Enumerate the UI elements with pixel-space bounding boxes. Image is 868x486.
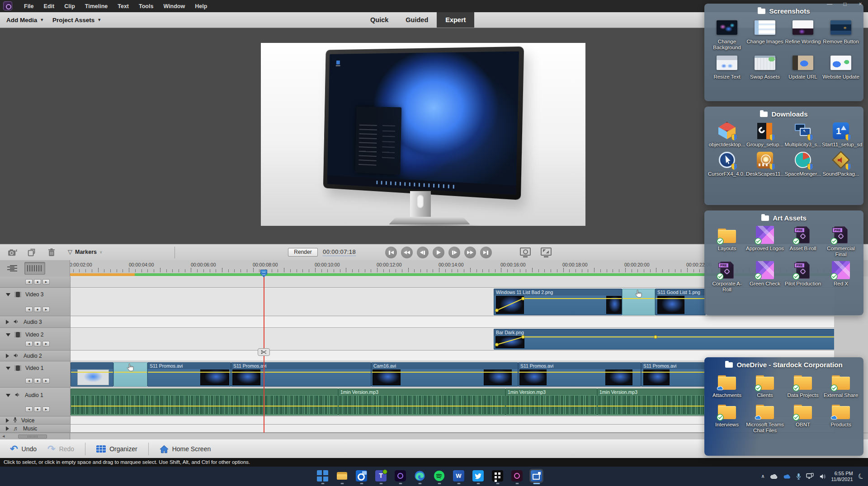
clip-1min-version-mp3[interactable]: 1min Version.mp3 (505, 388, 597, 416)
desktop-icon-pilot-production[interactable]: PREPilot Production (784, 261, 822, 293)
clip-segment[interactable] (71, 388, 338, 416)
desktop-icon-update-url[interactable]: Update URL (784, 54, 822, 80)
menu-item-tools[interactable]: Tools (134, 3, 158, 9)
desktop-icon-refine-wording[interactable]: Refine Wording (784, 19, 822, 51)
fence-title-bar[interactable]: Downloads (704, 107, 863, 121)
desktop-icon-change-images[interactable]: Change Images (746, 19, 784, 51)
desktop-icon-deskscapes11[interactable]: DeskScapes11... (746, 151, 784, 177)
desktop-icon-clients[interactable]: Clients (746, 373, 784, 398)
redo-button[interactable]: ↷ Redo (47, 444, 74, 453)
keyframe-prev-button[interactable]: ◀ (25, 279, 33, 285)
keyframe-add-button[interactable]: ◆ (34, 341, 41, 346)
taskbar-icon-premiere-elements[interactable] (393, 469, 407, 483)
render-quality-monitor-icon[interactable] (520, 248, 531, 256)
menu-item-edit[interactable]: Edit (39, 3, 60, 9)
render-button[interactable]: Render (288, 248, 318, 257)
clip-1min-version-mp3[interactable]: 1min Version.mp3 (597, 388, 705, 416)
organizer-button[interactable]: Organizer (96, 445, 137, 453)
desktop-icon-swap-assets[interactable]: Swap Assets (746, 54, 784, 80)
keyframe-add-button[interactable]: ◆ (34, 307, 41, 312)
transport-go-to-end-button[interactable] (480, 247, 492, 258)
transport-play-button[interactable] (433, 247, 444, 258)
tab-guided[interactable]: Guided (397, 12, 437, 28)
clip-segment[interactable] (113, 362, 147, 387)
microphone-icon[interactable] (796, 473, 801, 480)
taskbar-icon-stardock-app[interactable] (529, 469, 543, 483)
clip-s11-promos-avi[interactable]: S11 Promos.avi (641, 362, 706, 387)
undo-button[interactable]: ↶ Undo (10, 444, 37, 453)
desktop-icon-microsoft-teams-chat-files[interactable]: Microsoft Teams Chat Files (746, 402, 784, 434)
desktop-icon-change-background[interactable]: Change Background (708, 19, 746, 51)
track-expand-toggle[interactable] (6, 293, 10, 296)
hscroll-thumb[interactable] (18, 435, 47, 439)
desktop-icon-external-share[interactable]: External Share (822, 373, 860, 398)
desktop-icon-products[interactable]: Products (822, 402, 860, 434)
add-media-dropdown[interactable]: Add Media ▼ (6, 12, 44, 28)
desktop-icon-corporate-a-roll[interactable]: PRECorporate A-Roll (708, 261, 746, 293)
desktop-icon-cursorfx4-4-0[interactable]: CursorFX4_4.0... (708, 151, 746, 177)
track-height-icon[interactable] (7, 265, 17, 272)
keyframe-next-button[interactable]: ▶ (42, 341, 50, 346)
taskbar-clock[interactable]: 6:55 PM 11/8/2021 (831, 471, 853, 482)
snapshot-camera-icon[interactable] (7, 248, 18, 257)
desktop-icon-start11-setup-sd[interactable]: 1Start11_setup_sd (822, 122, 860, 148)
speaker-icon[interactable] (819, 473, 826, 480)
taskbar-icon-spotify[interactable] (432, 469, 446, 483)
scroll-left-icon[interactable]: ◀ (2, 435, 5, 438)
taskbar-icon-file-explorer[interactable] (335, 469, 349, 483)
taskbar-icon-fences-app[interactable] (491, 469, 505, 483)
transport-frame-forward-button[interactable] (448, 247, 460, 258)
fence-title-bar[interactable]: Art Assets (704, 210, 863, 225)
desktop-icon-attachments[interactable]: Attachments (708, 373, 746, 398)
desktop-icon-groupy-setup[interactable]: Groupy_setup... (746, 122, 784, 148)
keyframe-add-button[interactable]: ◆ (34, 378, 41, 383)
timecode-field[interactable]: 00:00:07:18 (323, 248, 356, 256)
taskbar-icon-edge[interactable] (413, 469, 427, 483)
track-expand-toggle[interactable] (6, 320, 9, 324)
markers-dropdown[interactable]: ▽ Markers ∨ (68, 248, 103, 257)
keyframe-prev-button[interactable]: ◀ (25, 378, 33, 383)
menu-item-text[interactable]: Text (113, 3, 134, 9)
clip-windows-11-list-bad-2-png[interactable]: Windows 11 List Bad 2.png (494, 289, 622, 315)
menu-item-timeline[interactable]: Timeline (80, 3, 113, 9)
fence-title-bar[interactable]: OneDrive - Stardock Corporation (704, 357, 863, 372)
track-expand-toggle[interactable] (6, 354, 9, 358)
track-expand-toggle[interactable] (6, 394, 10, 397)
tab-expert[interactable]: Expert (437, 12, 474, 28)
desktop-icon-multiplicity3-s[interactable]: Multiplicity3_s... (784, 122, 822, 148)
taskbar-icon-word[interactable] (452, 469, 466, 483)
close-button[interactable]: × (857, 0, 863, 8)
project-assets-dropdown[interactable]: Project Assets ▼ (52, 12, 101, 28)
network-icon[interactable] (806, 473, 814, 480)
menu-item-file[interactable]: File (19, 3, 39, 9)
keyframe-add-button[interactable]: ◆ (34, 407, 41, 412)
desktop-icon-approved-logos[interactable]: Approved Logos (746, 226, 784, 257)
taskbar-icon-premiere-elements-2[interactable] (510, 469, 524, 483)
home-screen-button[interactable]: Home Screen (160, 445, 211, 453)
track-expand-toggle[interactable] (6, 333, 10, 336)
clip-s11-promos-avi[interactable]: S11 Promos.avi (231, 362, 371, 387)
desktop-icon-obnt[interactable]: OBNT (784, 402, 822, 434)
clip-1min-version-mp3[interactable]: 1min Version.mp3 (338, 388, 505, 416)
track-expand-toggle[interactable] (6, 426, 9, 431)
transport-go-to-start-button[interactable] (385, 247, 397, 258)
track-expand-toggle[interactable] (6, 418, 9, 423)
desktop-icon-green-check[interactable]: Green Check (746, 261, 784, 293)
keyframe-add-button[interactable]: ◆ (34, 279, 41, 285)
track-row-video-2[interactable]: Bar Dark.png (71, 328, 834, 350)
clip-cam16-avi[interactable]: Cam16.avi (371, 362, 518, 387)
menu-item-help[interactable]: Help (190, 3, 212, 9)
trash-icon[interactable] (46, 248, 57, 257)
cloud-gray-icon[interactable] (770, 474, 778, 479)
focus-assist-moon-icon[interactable]: ☾ (856, 471, 866, 481)
track-expand-toggle[interactable] (6, 367, 10, 370)
duplicate-icon[interactable] (26, 248, 37, 257)
desktop-icon-resize-text[interactable]: Resize Text (708, 54, 746, 80)
taskbar-icon-outlook[interactable] (354, 469, 368, 483)
minimize-button[interactable]: — (826, 0, 833, 8)
desktop-icon-objectdesktop[interactable]: objectdesktop... (708, 122, 746, 148)
transport-fast-forward-button[interactable] (464, 247, 476, 258)
clip-bar-dark-png[interactable]: Bar Dark.png (494, 329, 834, 350)
taskbar-icon-start[interactable] (316, 469, 330, 483)
keyframe-prev-button[interactable]: ◀ (25, 407, 33, 412)
